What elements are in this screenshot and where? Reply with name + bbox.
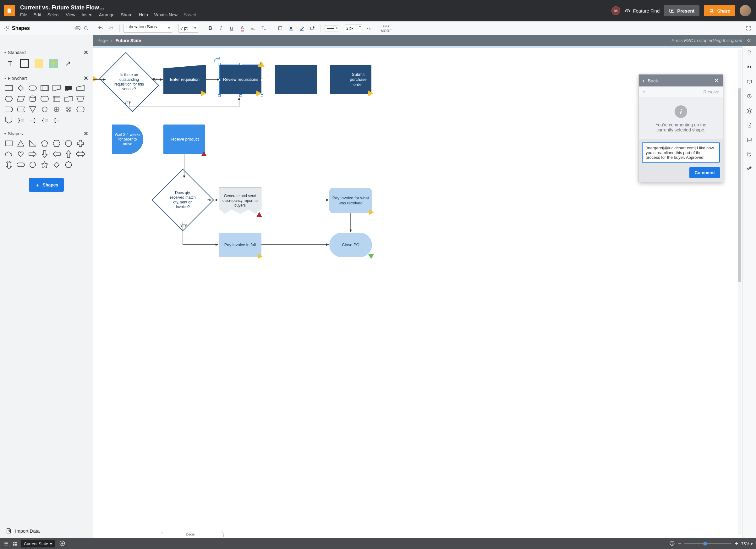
fc-display[interactable] xyxy=(76,106,85,113)
fc-connector[interactable] xyxy=(40,106,49,113)
fc-data[interactable] xyxy=(16,95,25,102)
shape-arrow[interactable]: ↗ xyxy=(62,58,74,69)
menu-help[interactable]: Help xyxy=(139,12,148,17)
shape-discrepancy-report[interactable]: Generate and send discrepancy report to … xyxy=(219,187,261,214)
magic-icon[interactable] xyxy=(746,165,753,172)
font-select[interactable]: Liberation Sans xyxy=(123,24,172,33)
theme-icon[interactable] xyxy=(746,121,753,129)
fc-stored-data[interactable] xyxy=(16,106,25,113)
fc-delay[interactable] xyxy=(4,106,13,113)
zoom-level[interactable]: 75%▾ xyxy=(741,541,753,546)
chevron-left-icon[interactable]: ‹ xyxy=(643,77,644,84)
menu-insert[interactable]: Insert xyxy=(82,12,93,17)
fc-document[interactable] xyxy=(52,84,61,92)
fc-internal-storage[interactable] xyxy=(52,95,61,102)
border-color-button[interactable] xyxy=(287,24,295,33)
layers-icon[interactable] xyxy=(746,107,753,114)
image-icon[interactable] xyxy=(75,25,81,31)
shape-wait[interactable]: Wait 2-4 weeks for order to arrive xyxy=(112,124,143,154)
collaborator-avatar[interactable]: M xyxy=(611,6,620,15)
sh-star[interactable] xyxy=(40,161,49,168)
underline-button[interactable]: U xyxy=(227,24,236,33)
zoom-in-button[interactable]: + xyxy=(735,541,738,547)
sh-circle[interactable] xyxy=(28,161,37,168)
warning-icon[interactable] xyxy=(258,61,265,67)
line-style-select[interactable] xyxy=(325,25,339,31)
present-button[interactable]: Present xyxy=(664,5,699,16)
more-menu[interactable]: ••• MORE xyxy=(381,24,392,33)
group-flowchart-header[interactable]: ▾ Flowchart ✕ xyxy=(4,75,88,82)
decision-outstanding-req[interactable]: Is there an outstanding requisition for … xyxy=(106,63,153,101)
location-pin-icon[interactable]: ⌖ xyxy=(643,89,645,95)
font-size-select[interactable]: 7 pt xyxy=(178,24,198,33)
sh-cloud[interactable] xyxy=(4,150,13,158)
vertical-scrollbar[interactable] xyxy=(738,49,742,535)
sh-arrow-ud[interactable] xyxy=(4,161,13,168)
menu-whats-new[interactable]: What's New xyxy=(154,12,178,17)
sh-polygon[interactable] xyxy=(64,161,73,168)
sh-arrow-left[interactable] xyxy=(52,150,61,158)
gear-icon[interactable] xyxy=(4,25,9,31)
shape-text[interactable]: T xyxy=(4,58,16,69)
fc-note-closed[interactable]: [= xyxy=(52,116,61,124)
fc-offpage[interactable] xyxy=(4,116,13,124)
fc-manual-input[interactable] xyxy=(76,84,85,92)
sh-heart[interactable] xyxy=(16,150,25,158)
rotate-handle-icon[interactable] xyxy=(212,56,222,64)
fc-direct-data[interactable] xyxy=(40,95,49,102)
zoom-slider[interactable] xyxy=(684,543,731,544)
line-arrow-button[interactable] xyxy=(364,24,373,33)
fill-button[interactable] xyxy=(276,24,285,33)
menu-arrange[interactable]: Arrange xyxy=(99,12,115,17)
fc-paper-tape[interactable] xyxy=(64,95,73,102)
sh-arrow-down[interactable] xyxy=(40,150,49,158)
menu-select[interactable]: Select xyxy=(47,12,60,17)
shape-submit-po[interactable]: Submit purchase order xyxy=(330,65,371,94)
selection-handle[interactable] xyxy=(218,79,221,81)
presentation-icon[interactable] xyxy=(746,78,753,85)
menu-edit[interactable]: Edit xyxy=(34,12,41,17)
fc-bracket-r[interactable]: }= xyxy=(16,116,25,124)
comment-back-label[interactable]: Back xyxy=(648,78,658,83)
fullscreen-button[interactable] xyxy=(744,24,753,33)
fc-manual-op[interactable] xyxy=(76,95,85,102)
shape-close-po[interactable]: Close PO xyxy=(329,233,372,257)
sh-arrow-up[interactable] xyxy=(64,150,73,158)
shape-rect[interactable] xyxy=(19,58,30,69)
fc-terminator[interactable] xyxy=(28,84,37,92)
comment-quote-icon[interactable] xyxy=(746,63,753,71)
page-icon[interactable] xyxy=(746,49,753,57)
shape-review-requisitions[interactable]: Review requisitions xyxy=(220,65,261,94)
redo-button[interactable] xyxy=(107,24,116,33)
text-options-button[interactable]: T▾ xyxy=(259,24,268,33)
shape-note[interactable] xyxy=(33,58,45,69)
history-icon[interactable] xyxy=(746,92,753,100)
resolve-button[interactable]: Resolve xyxy=(703,89,719,94)
sh-arrow-lr[interactable] xyxy=(76,150,85,158)
align-button[interactable] xyxy=(249,24,257,33)
sh-hexagon[interactable] xyxy=(52,140,61,147)
sh-arrow-right[interactable] xyxy=(28,150,37,158)
text-color-button[interactable]: A xyxy=(238,24,247,33)
group-shapes-header[interactable]: ▾ Shapes ✕ xyxy=(4,130,88,137)
shape-receive-product[interactable]: Receive product xyxy=(163,124,205,154)
zoom-out-button[interactable]: − xyxy=(678,541,682,547)
shape-options-button[interactable] xyxy=(308,24,317,33)
selection-handle[interactable] xyxy=(239,63,242,65)
breadcrumb-current[interactable]: Future State xyxy=(115,38,141,43)
search-icon[interactable] xyxy=(83,25,89,31)
fc-summing[interactable] xyxy=(64,106,73,113)
fc-predefined[interactable] xyxy=(40,84,49,92)
user-avatar[interactable] xyxy=(740,5,751,16)
menu-share[interactable]: Share xyxy=(121,12,133,17)
menu-file[interactable]: File xyxy=(20,12,27,17)
chat-icon[interactable] xyxy=(746,136,753,143)
sh-diamond[interactable] xyxy=(52,161,61,168)
share-button[interactable]: Share xyxy=(704,5,735,16)
sh-pill[interactable] xyxy=(16,161,25,168)
fc-bracket-l[interactable]: {= xyxy=(40,116,49,124)
add-shapes-button[interactable]: ＋ Shapes xyxy=(29,178,64,192)
italic-button[interactable]: I xyxy=(216,24,225,33)
comment-input[interactable] xyxy=(642,142,720,162)
selection-handle[interactable] xyxy=(261,79,263,81)
